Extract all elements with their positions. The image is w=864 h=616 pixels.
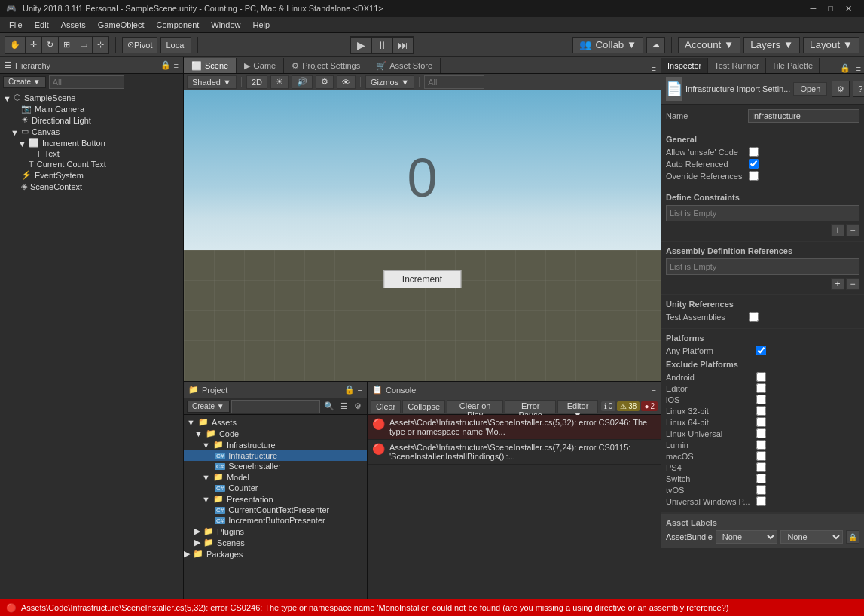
proj-item-infrastructure-file[interactable]: C# Infrastructure (184, 450, 367, 461)
tab-project-settings[interactable]: ⚙ Project Settings (284, 58, 368, 73)
proj-item-currentcounttextpresenter[interactable]: C# CurrentCountTextPresenter (184, 505, 367, 515)
tab-inspector[interactable]: Inspector (661, 58, 708, 73)
step-button[interactable]: ⏭ (392, 37, 414, 53)
collapse-button[interactable]: Collapse (402, 400, 445, 413)
move-tool[interactable]: ✛ (26, 37, 42, 53)
menu-component[interactable]: Component (150, 19, 205, 31)
console-error-1[interactable]: 🔴 Assets\Code\Infrastructure\SceneInstal… (368, 415, 661, 440)
cloud-button[interactable]: ☁ (646, 37, 665, 53)
macos-checkbox[interactable] (756, 451, 766, 461)
ios-checkbox[interactable] (756, 395, 766, 404)
menu-edit[interactable]: Edit (29, 19, 55, 31)
override-refs-checkbox[interactable] (749, 171, 759, 181)
list-view-icon[interactable]: ☰ (338, 401, 350, 412)
hierarchy-item-maincamera[interactable]: 📷 Main Camera (0, 103, 183, 114)
error-pause-button[interactable]: Error Pause (505, 400, 556, 413)
linux32-checkbox[interactable] (756, 406, 766, 416)
menu-window[interactable]: Window (205, 19, 246, 31)
menu-file[interactable]: File (3, 19, 29, 31)
gizmos-button[interactable]: Gizmos ▼ (365, 75, 414, 89)
hand-tool[interactable]: ✋ (5, 37, 26, 53)
hierarchy-create[interactable]: Create ▼ (3, 76, 46, 88)
hierarchy-item-currentcounttext[interactable]: T Current Count Text (0, 159, 183, 169)
rotate-tool[interactable]: ↻ (42, 37, 59, 53)
2d-button[interactable]: 2D (246, 75, 267, 89)
switch-checkbox[interactable] (756, 474, 766, 483)
uwp-checkbox[interactable] (756, 496, 766, 506)
proj-item-infrastructure-folder[interactable]: ▼ 📁 Infrastructure (184, 439, 367, 450)
project-menu[interactable]: ≡ (358, 386, 362, 395)
menu-assets[interactable]: Assets (55, 19, 92, 31)
proj-item-presentation[interactable]: ▼ 📁 Presentation (184, 493, 367, 505)
unsafe-code-checkbox[interactable] (749, 147, 759, 157)
effects-toggle[interactable]: ⚙ (316, 75, 334, 89)
layout-button[interactable]: Layout ▼ (803, 37, 859, 53)
linuxuniversal-checkbox[interactable] (756, 428, 766, 438)
linux64-checkbox[interactable] (756, 417, 766, 427)
layers-button[interactable]: Layers ▼ (743, 37, 800, 53)
open-button[interactable]: Open (793, 82, 827, 96)
light-toggle[interactable]: ☀ (270, 75, 289, 89)
hierarchy-menu[interactable]: ≡ (174, 61, 179, 70)
clear-on-play-button[interactable]: Clear on Play (447, 400, 503, 413)
scene-panel-menu[interactable]: ≡ (647, 64, 661, 73)
project-create[interactable]: Create ▼ (187, 401, 230, 413)
proj-item-model[interactable]: ▼ 📁 Model (184, 471, 367, 483)
minimize-btn[interactable]: ─ (804, 4, 823, 13)
any-platform-checkbox[interactable] (756, 346, 766, 355)
info-badge[interactable]: ℹ 0 (601, 401, 616, 411)
asset-labels-lock[interactable]: 🔒 (846, 530, 859, 544)
options-icon[interactable]: ⚙ (352, 401, 364, 412)
define-constraints-add[interactable]: + (831, 224, 844, 236)
tab-scene[interactable]: ⬜ Scene (184, 58, 237, 73)
err-badge[interactable]: ● 2 (641, 401, 658, 411)
scale-tool[interactable]: ⊞ (59, 37, 75, 53)
proj-item-scenes[interactable]: ▶ 📁 Scenes (184, 537, 367, 548)
warn-badge[interactable]: ⚠ 38 (617, 401, 640, 411)
shaded-button[interactable]: Shaded ▼ (187, 75, 237, 89)
tab-test-runner[interactable]: Test Runner (708, 58, 765, 73)
proj-item-incrementbuttonpresenter[interactable]: C# IncrementButtonPresenter (184, 515, 367, 526)
define-constraints-remove[interactable]: − (846, 224, 859, 236)
proj-item-counter[interactable]: C# Counter (184, 483, 367, 493)
console-error-2[interactable]: 🔴 Assets\Code\Infrastructure\SceneInstal… (368, 440, 661, 465)
hierarchy-item-incrementbutton[interactable]: ▼ ⬜ Increment Button (0, 137, 183, 148)
asset-bundle-select[interactable]: None (716, 530, 778, 544)
test-assemblies-checkbox[interactable] (749, 312, 759, 322)
pause-button[interactable]: ⏸ (371, 37, 392, 53)
proj-item-code[interactable]: ▼ 📁 Code (184, 428, 367, 439)
android-checkbox[interactable] (756, 372, 766, 382)
hierarchy-search[interactable] (49, 75, 124, 89)
tab-game[interactable]: ▶ Game (237, 58, 284, 73)
menu-gameobject[interactable]: GameObject (92, 19, 151, 31)
rect-tool[interactable]: ▭ (75, 37, 93, 53)
close-btn[interactable]: ✕ (839, 4, 858, 14)
project-search[interactable] (231, 400, 320, 413)
inspector-help[interactable]: ? (853, 81, 864, 97)
proj-item-plugins[interactable]: ▶ 📁 Plugins (184, 526, 367, 537)
tab-asset-store[interactable]: 🛒 Asset Store (368, 58, 441, 73)
transform-tool[interactable]: ⊹ (93, 37, 108, 53)
play-button[interactable]: ▶ (350, 37, 371, 53)
editor-checkbox[interactable] (756, 383, 766, 393)
scene-search[interactable] (424, 75, 484, 89)
inspector-settings[interactable]: ⚙ (832, 81, 850, 97)
assembly-refs-add[interactable]: + (831, 278, 844, 290)
inspector-lock[interactable]: 🔒 (837, 63, 853, 73)
assembly-refs-remove[interactable]: − (846, 278, 859, 290)
search-icon[interactable]: 🔍 (322, 401, 337, 412)
proj-item-sceneinstaller[interactable]: C# SceneInstaller (184, 461, 367, 471)
console-menu[interactable]: ≡ (652, 386, 656, 395)
collab-button[interactable]: 👥 Collab ▼ (572, 37, 643, 53)
tab-tile-palette[interactable]: Tile Palette (766, 58, 820, 73)
audio-toggle[interactable]: 🔊 (292, 75, 313, 89)
hierarchy-item-eventsystem[interactable]: ⚡ EventSystem (0, 169, 183, 181)
inspector-menu[interactable]: ≡ (853, 64, 864, 73)
menu-help[interactable]: Help (246, 19, 276, 31)
account-button[interactable]: Account ▼ (678, 37, 740, 53)
pivot-button[interactable]: ⊙ Pivot (122, 37, 157, 53)
lumin-checkbox[interactable] (756, 440, 766, 450)
clear-button[interactable]: Clear (371, 400, 401, 413)
proj-item-packages[interactable]: ▶ 📁 Packages (184, 548, 367, 560)
hierarchy-item-text[interactable]: T Text (0, 148, 183, 159)
